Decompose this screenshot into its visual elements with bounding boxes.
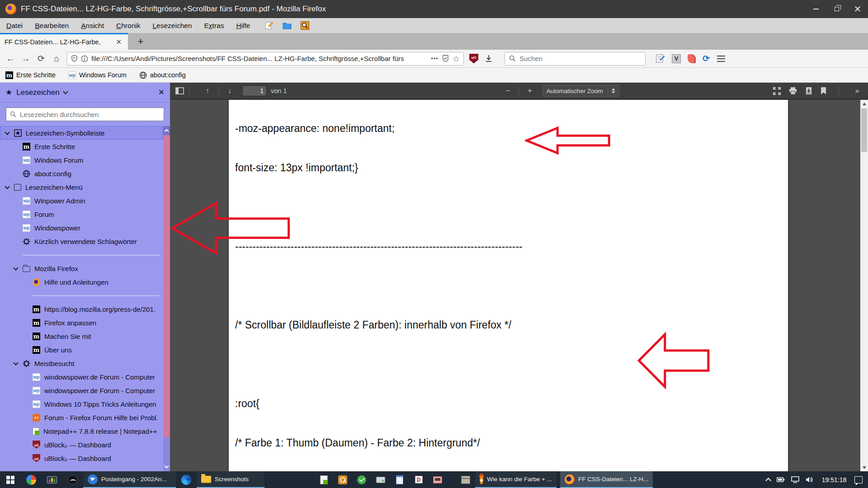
menu-chronik[interactable]: Chronik: [116, 22, 140, 30]
bookmark-ribbon-icon[interactable]: [820, 87, 827, 95]
tree-item-mozilla-firefox[interactable]: Mozilla Firefox: [0, 262, 163, 275]
menu-hilfe[interactable]: Hilfe: [236, 22, 250, 30]
menu-datei[interactable]: Datei: [6, 22, 23, 30]
bookmark-about-config[interactable]: about:config: [139, 71, 186, 79]
action-center-icon[interactable]: [854, 476, 863, 483]
tree-item-ueber-uns[interactable]: mÜber uns: [0, 343, 163, 357]
tree-item-winpower-admin[interactable]: wpWinpower Admin: [0, 194, 163, 207]
forward-button[interactable]: →: [18, 52, 33, 66]
print-icon[interactable]: [788, 87, 797, 95]
minimize-button[interactable]: [806, 0, 826, 18]
sidebar-scrollbar-thumb[interactable]: [163, 135, 170, 437]
taskbar-box-app[interactable]: [456, 471, 475, 488]
menu-lesezeichen[interactable]: Lesezeichen: [152, 22, 192, 30]
folder-blue-icon[interactable]: [283, 22, 292, 29]
tree-item-firefox-anpassen[interactable]: mFirefox anpassen: [0, 316, 163, 329]
tree-item-windowspower-forum-2[interactable]: wpwindowspower.de Forum - Computer: [0, 384, 163, 397]
sidebar-close-icon[interactable]: ✕: [158, 88, 165, 97]
pdf-scrollbar-thumb[interactable]: [861, 108, 867, 152]
search-input[interactable]: [519, 55, 641, 62]
notes-extension-icon[interactable]: [656, 54, 665, 63]
sidebar-search-box[interactable]: [6, 108, 164, 121]
bookmark-star-icon[interactable]: ☆: [453, 54, 460, 64]
ublock-origin-icon[interactable]: uO: [469, 54, 478, 64]
scroll-up-icon[interactable]: [860, 100, 868, 108]
taskbar-d-app[interactable]: D: [409, 471, 428, 488]
compose-note-icon[interactable]: [265, 21, 274, 30]
tree-item-erste-schritte[interactable]: mErste Schritte: [0, 140, 163, 153]
page-actions-icon[interactable]: •••: [431, 55, 439, 62]
sidebar-search-input[interactable]: [20, 111, 160, 118]
tree-item-schlagwoerter[interactable]: Kürzlich verwendete Schlagwörter: [0, 235, 163, 248]
home-button[interactable]: ⌂: [49, 52, 64, 66]
tree-item-forum[interactable]: wpForum: [0, 207, 163, 221]
tree-item-lesezeichen-menu[interactable]: Lesezeichen-Menü: [0, 180, 163, 194]
tab-active[interactable]: FF CSS-Dateien... LZ-HG-Farbe, ✕: [0, 33, 128, 50]
taskbar-keepass[interactable]: [333, 471, 352, 488]
tree-item-hilfe-anleitungen[interactable]: Hilfe und Anleitungen: [0, 275, 163, 289]
new-tab-button[interactable]: +: [133, 35, 148, 48]
info-icon[interactable]: [81, 55, 88, 62]
scroll-up-icon[interactable]: [163, 126, 170, 135]
menu-hamburger-icon[interactable]: [717, 56, 725, 62]
tray-expand-icon[interactable]: [765, 478, 771, 483]
sidebar-switcher-chevron-icon[interactable]: [63, 89, 68, 94]
tree-item-blog-mozilla[interactable]: mhttps://blog.mozilla.org/press-de/201.: [0, 302, 163, 316]
taskbar-app-monitor[interactable]: [42, 471, 62, 488]
presentation-mode-icon[interactable]: [773, 87, 781, 95]
more-tools-button[interactable]: »: [851, 84, 863, 97]
taskbar-app-dark-circle[interactable]: [62, 471, 83, 488]
zoom-out-button[interactable]: −: [501, 84, 514, 97]
start-button[interactable]: [0, 471, 21, 488]
page-up-button[interactable]: ↑: [201, 84, 214, 97]
pdf-scrollbar[interactable]: [860, 100, 868, 471]
red-extension-icon[interactable]: [688, 54, 696, 63]
tree-item-lesezeichen-symbolleiste[interactable]: Lesezeichen-Symbolleiste: [0, 126, 163, 140]
scroll-down-icon[interactable]: [163, 462, 170, 471]
scroll-down-icon[interactable]: [860, 464, 868, 471]
menu-ansicht[interactable]: Ansicht: [81, 22, 104, 30]
menu-bearbeiten[interactable]: Bearbeiten: [35, 22, 69, 30]
v-extension-icon[interactable]: V: [672, 54, 681, 63]
task-thunderbird[interactable]: Posteingang - 2002An...: [83, 471, 176, 488]
taskbar-notepad[interactable]: [314, 471, 333, 488]
taskbar-app-colorful[interactable]: [21, 471, 42, 488]
sidebar-scrollbar[interactable]: [163, 126, 170, 471]
bookmark-windows-forum[interactable]: wp Windows Forum: [68, 71, 127, 79]
taskbar-drive-app[interactable]: [371, 471, 390, 488]
downloads-icon[interactable]: [485, 54, 493, 63]
taskbar-retro-pc-app[interactable]: [428, 471, 447, 488]
taskbar-app-edge[interactable]: [176, 471, 197, 488]
clock[interactable]: 19:51:18: [820, 476, 848, 483]
reload-button[interactable]: ⟳: [33, 52, 49, 66]
tree-item-windowspower[interactable]: wpWindowspower: [0, 221, 163, 235]
tree-item-notepad-release[interactable]: Notepad++ 7.8.8 release | Notepad++: [0, 424, 163, 438]
task-firefox-window-1[interactable]: Wie kann die Farbe + ...: [475, 471, 557, 488]
tree-item-firefox-forum-hilfe[interactable]: f-fForum - Firefox Forum Hilfe bei Probl…: [0, 411, 163, 424]
tree-item-about-config[interactable]: about:config: [0, 167, 163, 180]
page-number-input[interactable]: [242, 85, 267, 96]
bookmark-erste-schritte[interactable]: m Erste Schritte: [5, 71, 56, 79]
tree-item-meistbesucht[interactable]: Meistbesucht: [0, 357, 163, 370]
task-screenshots-folder[interactable]: Screenshots: [197, 471, 264, 488]
tree-item-windowspower-forum-1[interactable]: wpwindowspower.de Forum - Computer: [0, 370, 163, 384]
tree-item-ublock-dashboard-1[interactable]: uOuBlock₀ — Dashboard: [0, 438, 163, 451]
tree-item-ublock-dashboard-2[interactable]: uOuBlock₀ — Dashboard: [0, 451, 163, 465]
restore-button[interactable]: [826, 0, 847, 18]
search-bar[interactable]: [505, 52, 646, 66]
sync-extension-icon[interactable]: ⟳: [703, 53, 710, 64]
quick-search-icon[interactable]: [301, 21, 309, 30]
tab-close-icon[interactable]: ✕: [114, 38, 123, 46]
taskbar-check-app[interactable]: [352, 471, 371, 488]
task-firefox-window-2[interactable]: FF CSS-Dateien... LZ-H...: [560, 471, 653, 488]
shield-check-icon[interactable]: [442, 55, 449, 62]
tree-item-machen-sie-mit[interactable]: mMachen Sie mit: [0, 329, 163, 343]
page-down-button[interactable]: ↓: [223, 84, 236, 97]
zoom-select[interactable]: Automatischer Zoom: [542, 85, 619, 97]
taskbar-doc-app[interactable]: [390, 471, 409, 488]
network-display-icon[interactable]: [791, 476, 799, 483]
back-button[interactable]: ←: [3, 52, 18, 66]
menu-extras[interactable]: Extras: [204, 22, 224, 30]
volume-icon[interactable]: [806, 476, 814, 483]
tree-item-windows10-tipps[interactable]: wpWindows 10 Tipps Tricks Anleitungen: [0, 397, 163, 411]
